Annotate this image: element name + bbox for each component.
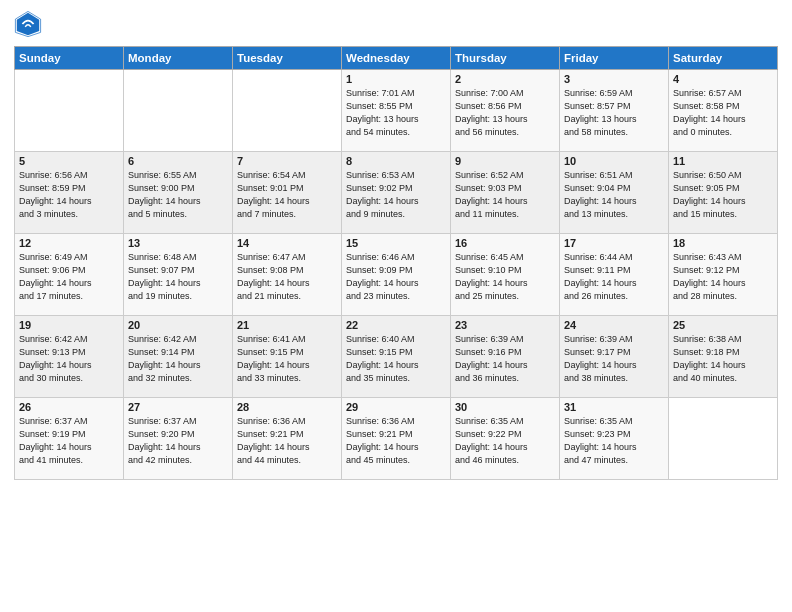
day-number: 20 bbox=[128, 319, 228, 331]
logo-icon bbox=[14, 10, 42, 38]
day-number: 19 bbox=[19, 319, 119, 331]
day-info: Sunrise: 6:50 AMSunset: 9:05 PMDaylight:… bbox=[673, 169, 773, 221]
day-number: 23 bbox=[455, 319, 555, 331]
day-number: 3 bbox=[564, 73, 664, 85]
calendar-cell: 26Sunrise: 6:37 AMSunset: 9:19 PMDayligh… bbox=[15, 398, 124, 480]
day-number: 22 bbox=[346, 319, 446, 331]
calendar-cell: 17Sunrise: 6:44 AMSunset: 9:11 PMDayligh… bbox=[560, 234, 669, 316]
day-number: 9 bbox=[455, 155, 555, 167]
calendar-cell bbox=[15, 70, 124, 152]
day-number: 4 bbox=[673, 73, 773, 85]
day-info: Sunrise: 6:35 AMSunset: 9:22 PMDaylight:… bbox=[455, 415, 555, 467]
header bbox=[14, 10, 778, 38]
day-info: Sunrise: 6:38 AMSunset: 9:18 PMDaylight:… bbox=[673, 333, 773, 385]
day-info: Sunrise: 6:45 AMSunset: 9:10 PMDaylight:… bbox=[455, 251, 555, 303]
day-info: Sunrise: 6:43 AMSunset: 9:12 PMDaylight:… bbox=[673, 251, 773, 303]
day-info: Sunrise: 6:57 AMSunset: 8:58 PMDaylight:… bbox=[673, 87, 773, 139]
calendar-cell bbox=[124, 70, 233, 152]
calendar-week-3: 12Sunrise: 6:49 AMSunset: 9:06 PMDayligh… bbox=[15, 234, 778, 316]
day-number: 15 bbox=[346, 237, 446, 249]
calendar-cell: 30Sunrise: 6:35 AMSunset: 9:22 PMDayligh… bbox=[451, 398, 560, 480]
calendar-cell: 27Sunrise: 6:37 AMSunset: 9:20 PMDayligh… bbox=[124, 398, 233, 480]
day-info: Sunrise: 6:44 AMSunset: 9:11 PMDaylight:… bbox=[564, 251, 664, 303]
day-number: 8 bbox=[346, 155, 446, 167]
day-number: 30 bbox=[455, 401, 555, 413]
calendar-cell: 6Sunrise: 6:55 AMSunset: 9:00 PMDaylight… bbox=[124, 152, 233, 234]
day-number: 16 bbox=[455, 237, 555, 249]
calendar-cell: 2Sunrise: 7:00 AMSunset: 8:56 PMDaylight… bbox=[451, 70, 560, 152]
day-info: Sunrise: 6:54 AMSunset: 9:01 PMDaylight:… bbox=[237, 169, 337, 221]
calendar-cell: 23Sunrise: 6:39 AMSunset: 9:16 PMDayligh… bbox=[451, 316, 560, 398]
calendar-cell: 4Sunrise: 6:57 AMSunset: 8:58 PMDaylight… bbox=[669, 70, 778, 152]
day-number: 2 bbox=[455, 73, 555, 85]
day-info: Sunrise: 6:48 AMSunset: 9:07 PMDaylight:… bbox=[128, 251, 228, 303]
day-number: 5 bbox=[19, 155, 119, 167]
calendar-week-4: 19Sunrise: 6:42 AMSunset: 9:13 PMDayligh… bbox=[15, 316, 778, 398]
calendar-cell: 13Sunrise: 6:48 AMSunset: 9:07 PMDayligh… bbox=[124, 234, 233, 316]
day-info: Sunrise: 6:49 AMSunset: 9:06 PMDaylight:… bbox=[19, 251, 119, 303]
calendar-week-1: 1Sunrise: 7:01 AMSunset: 8:55 PMDaylight… bbox=[15, 70, 778, 152]
day-number: 25 bbox=[673, 319, 773, 331]
calendar-cell: 16Sunrise: 6:45 AMSunset: 9:10 PMDayligh… bbox=[451, 234, 560, 316]
calendar-cell: 28Sunrise: 6:36 AMSunset: 9:21 PMDayligh… bbox=[233, 398, 342, 480]
calendar-cell: 24Sunrise: 6:39 AMSunset: 9:17 PMDayligh… bbox=[560, 316, 669, 398]
calendar-cell: 12Sunrise: 6:49 AMSunset: 9:06 PMDayligh… bbox=[15, 234, 124, 316]
col-header-monday: Monday bbox=[124, 47, 233, 70]
day-info: Sunrise: 6:37 AMSunset: 9:20 PMDaylight:… bbox=[128, 415, 228, 467]
calendar-cell: 22Sunrise: 6:40 AMSunset: 9:15 PMDayligh… bbox=[342, 316, 451, 398]
day-info: Sunrise: 6:53 AMSunset: 9:02 PMDaylight:… bbox=[346, 169, 446, 221]
col-header-saturday: Saturday bbox=[669, 47, 778, 70]
calendar: SundayMondayTuesdayWednesdayThursdayFrid… bbox=[14, 46, 778, 480]
calendar-cell: 20Sunrise: 6:42 AMSunset: 9:14 PMDayligh… bbox=[124, 316, 233, 398]
day-number: 18 bbox=[673, 237, 773, 249]
calendar-header-row: SundayMondayTuesdayWednesdayThursdayFrid… bbox=[15, 47, 778, 70]
day-info: Sunrise: 6:52 AMSunset: 9:03 PMDaylight:… bbox=[455, 169, 555, 221]
day-number: 1 bbox=[346, 73, 446, 85]
calendar-cell: 29Sunrise: 6:36 AMSunset: 9:21 PMDayligh… bbox=[342, 398, 451, 480]
day-info: Sunrise: 7:00 AMSunset: 8:56 PMDaylight:… bbox=[455, 87, 555, 139]
day-number: 27 bbox=[128, 401, 228, 413]
day-number: 7 bbox=[237, 155, 337, 167]
page: SundayMondayTuesdayWednesdayThursdayFrid… bbox=[0, 0, 792, 612]
day-info: Sunrise: 6:41 AMSunset: 9:15 PMDaylight:… bbox=[237, 333, 337, 385]
day-info: Sunrise: 6:46 AMSunset: 9:09 PMDaylight:… bbox=[346, 251, 446, 303]
logo bbox=[14, 10, 46, 38]
calendar-cell bbox=[669, 398, 778, 480]
calendar-cell: 1Sunrise: 7:01 AMSunset: 8:55 PMDaylight… bbox=[342, 70, 451, 152]
day-number: 29 bbox=[346, 401, 446, 413]
day-info: Sunrise: 6:36 AMSunset: 9:21 PMDaylight:… bbox=[237, 415, 337, 467]
day-number: 17 bbox=[564, 237, 664, 249]
col-header-friday: Friday bbox=[560, 47, 669, 70]
calendar-cell: 10Sunrise: 6:51 AMSunset: 9:04 PMDayligh… bbox=[560, 152, 669, 234]
day-info: Sunrise: 7:01 AMSunset: 8:55 PMDaylight:… bbox=[346, 87, 446, 139]
calendar-cell: 31Sunrise: 6:35 AMSunset: 9:23 PMDayligh… bbox=[560, 398, 669, 480]
day-info: Sunrise: 6:35 AMSunset: 9:23 PMDaylight:… bbox=[564, 415, 664, 467]
day-number: 21 bbox=[237, 319, 337, 331]
col-header-wednesday: Wednesday bbox=[342, 47, 451, 70]
day-number: 13 bbox=[128, 237, 228, 249]
day-info: Sunrise: 6:55 AMSunset: 9:00 PMDaylight:… bbox=[128, 169, 228, 221]
day-info: Sunrise: 6:59 AMSunset: 8:57 PMDaylight:… bbox=[564, 87, 664, 139]
calendar-cell: 21Sunrise: 6:41 AMSunset: 9:15 PMDayligh… bbox=[233, 316, 342, 398]
day-info: Sunrise: 6:42 AMSunset: 9:14 PMDaylight:… bbox=[128, 333, 228, 385]
day-number: 11 bbox=[673, 155, 773, 167]
day-number: 26 bbox=[19, 401, 119, 413]
day-info: Sunrise: 6:47 AMSunset: 9:08 PMDaylight:… bbox=[237, 251, 337, 303]
col-header-tuesday: Tuesday bbox=[233, 47, 342, 70]
day-info: Sunrise: 6:39 AMSunset: 9:17 PMDaylight:… bbox=[564, 333, 664, 385]
calendar-cell: 15Sunrise: 6:46 AMSunset: 9:09 PMDayligh… bbox=[342, 234, 451, 316]
day-number: 14 bbox=[237, 237, 337, 249]
day-number: 10 bbox=[564, 155, 664, 167]
calendar-cell: 9Sunrise: 6:52 AMSunset: 9:03 PMDaylight… bbox=[451, 152, 560, 234]
day-number: 6 bbox=[128, 155, 228, 167]
col-header-sunday: Sunday bbox=[15, 47, 124, 70]
day-number: 24 bbox=[564, 319, 664, 331]
col-header-thursday: Thursday bbox=[451, 47, 560, 70]
calendar-cell: 14Sunrise: 6:47 AMSunset: 9:08 PMDayligh… bbox=[233, 234, 342, 316]
day-number: 31 bbox=[564, 401, 664, 413]
day-number: 28 bbox=[237, 401, 337, 413]
calendar-week-5: 26Sunrise: 6:37 AMSunset: 9:19 PMDayligh… bbox=[15, 398, 778, 480]
day-info: Sunrise: 6:40 AMSunset: 9:15 PMDaylight:… bbox=[346, 333, 446, 385]
day-number: 12 bbox=[19, 237, 119, 249]
calendar-cell: 3Sunrise: 6:59 AMSunset: 8:57 PMDaylight… bbox=[560, 70, 669, 152]
